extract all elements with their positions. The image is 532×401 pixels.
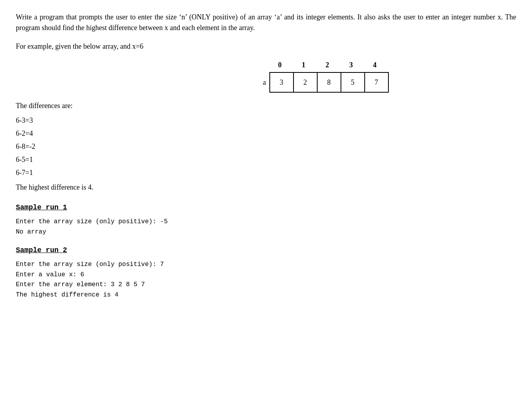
array-values-row: a 3 2 8 5 7: [254, 72, 389, 93]
example-intro: For example, given the below array, and …: [16, 41, 516, 52]
index-2: 2: [316, 60, 339, 70]
array-cell-0: 3: [270, 73, 294, 93]
diff-item-3: 6-5=1: [16, 154, 516, 165]
differences-section: The differences are:: [16, 101, 516, 111]
index-1: 1: [292, 60, 316, 70]
sample-run-2-code: Enter the array size (only positive): 7 …: [16, 260, 516, 300]
array-cell-3: 5: [341, 73, 365, 93]
diff-item-0: 6-3=3: [16, 115, 516, 126]
diff-item-4: 6-7=1: [16, 167, 516, 178]
diff-item-1: 6-2=4: [16, 128, 516, 139]
index-3: 3: [339, 60, 363, 70]
array-cell-4: 7: [365, 73, 389, 93]
intro-paragraph: Write a program that prompts the user to…: [16, 12, 516, 33]
array-cell-2: 8: [318, 73, 341, 93]
array-indices-row: 0 1 2 3 4: [268, 60, 387, 70]
differences-label: The differences are:: [16, 101, 516, 111]
array-cells: 3 2 8 5 7: [269, 72, 389, 93]
sample-run-1-title: Sample run 1: [16, 202, 516, 213]
index-0: 0: [268, 60, 292, 70]
array-visualization: 0 1 2 3 4 a 3 2 8 5 7: [16, 60, 516, 93]
index-4: 4: [363, 60, 387, 70]
diff-item-2: 6-8=-2: [16, 141, 516, 152]
sample-run-2-title: Sample run 2: [16, 245, 516, 256]
sample-run-1-code: Enter the array size (only positive): -5…: [16, 217, 516, 237]
array-cell-1: 2: [294, 73, 318, 93]
highest-difference-text: The highest difference is 4.: [16, 182, 516, 193]
array-label: a: [254, 77, 266, 88]
differences-list: 6-3=3 6-2=4 6-8=-2 6-5=1 6-7=1: [16, 115, 516, 178]
